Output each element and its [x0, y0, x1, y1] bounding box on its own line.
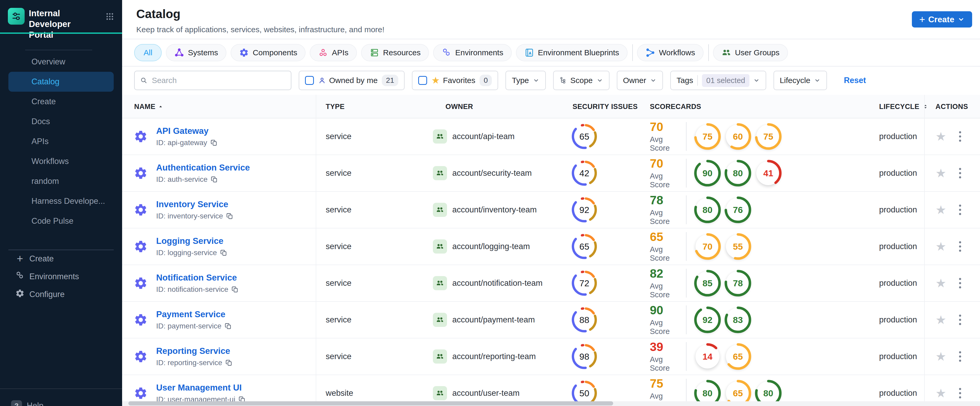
- scope-dropdown[interactable]: Scope: [553, 71, 609, 90]
- copy-icon[interactable]: [226, 213, 234, 220]
- app-switcher-grid-icon[interactable]: [105, 12, 114, 22]
- owned-by-me-filter[interactable]: Owned by me 21: [299, 71, 404, 90]
- scorecard-gauge: 60: [724, 122, 752, 151]
- owned-by-me-checkbox[interactable]: [305, 76, 314, 85]
- favorite-star-button[interactable]: ★: [935, 314, 946, 326]
- scorecard-gauge: 75: [693, 122, 722, 151]
- scorecard-gauge: 75: [754, 122, 783, 151]
- entity-name-link[interactable]: Inventory Service: [156, 199, 234, 209]
- favorite-star-button[interactable]: ★: [935, 167, 946, 179]
- sidebar-item-apis[interactable]: APIs: [0, 132, 122, 151]
- favorite-star-button[interactable]: ★: [935, 241, 946, 252]
- table-row: Payment Service ID: payment-service serv…: [122, 302, 980, 338]
- type-dropdown[interactable]: Type: [506, 71, 546, 90]
- favorite-star-button[interactable]: ★: [935, 130, 946, 143]
- search-input[interactable]: [152, 76, 286, 85]
- row-menu-kebab-icon[interactable]: [957, 312, 963, 327]
- row-menu-kebab-icon[interactable]: [957, 166, 963, 181]
- tab-environment-blueprints[interactable]: Environment Blueprints: [516, 44, 628, 61]
- lifecycle-dropdown[interactable]: Lifecycle: [773, 71, 827, 90]
- entity-name-link[interactable]: User Management UI: [156, 383, 246, 393]
- favorite-star-button[interactable]: ★: [935, 204, 946, 216]
- entity-name-link[interactable]: Notification Service: [156, 273, 239, 282]
- filter-bar: Owned by me 21 ★ Favorites 0 Type Scope …: [122, 66, 980, 95]
- favorite-star-button[interactable]: ★: [935, 350, 946, 363]
- sidebar-bottom-item-create[interactable]: + Create: [0, 250, 122, 268]
- avg-score-value: 90: [650, 304, 684, 316]
- horizontal-scrollbar-thumb[interactable]: [128, 401, 613, 406]
- sidebar-item-create[interactable]: Create: [0, 92, 122, 112]
- sidebar-item-catalog[interactable]: Catalog: [8, 72, 114, 92]
- row-menu-kebab-icon[interactable]: [957, 203, 963, 217]
- divider: [686, 195, 687, 224]
- entity-owner-cell: account/inventory-team: [433, 203, 537, 217]
- entity-name-link[interactable]: API Gateway: [156, 126, 218, 136]
- gear-icon: [239, 48, 249, 58]
- copy-icon[interactable]: [231, 286, 239, 293]
- security-issues-value: 72: [571, 270, 598, 297]
- entity-owner-cell: account/reporting-team: [433, 349, 536, 363]
- hexagons-icon: [442, 48, 452, 58]
- sidebar-item-harness-develope-[interactable]: Harness Develope...: [0, 191, 122, 211]
- create-button[interactable]: + Create: [912, 11, 972, 27]
- entity-name-link[interactable]: Payment Service: [156, 309, 232, 319]
- owner-dropdown[interactable]: Owner: [617, 71, 663, 90]
- sidebar-item-label: Harness Develope...: [32, 197, 105, 206]
- lifecycle-value: production: [879, 352, 917, 361]
- scorecard-value: 78: [724, 269, 752, 297]
- copy-icon[interactable]: [224, 322, 232, 330]
- server-icon: [369, 48, 379, 58]
- lifecycle-value: production: [879, 242, 917, 251]
- favorite-star-button[interactable]: ★: [935, 387, 946, 399]
- entity-name-link[interactable]: Authentication Service: [156, 163, 250, 173]
- column-header-owner: OWNER: [445, 95, 473, 118]
- reset-filters-link[interactable]: Reset: [844, 76, 866, 85]
- scorecard-value: 80: [693, 196, 722, 224]
- tab-components[interactable]: Components: [231, 44, 305, 61]
- sort-ascending-icon: [158, 104, 163, 109]
- sidebar-item-code-pulse[interactable]: Code Pulse: [0, 211, 122, 231]
- entity-id: ID: reporting-service: [156, 358, 222, 367]
- sidebar-item-random[interactable]: random: [0, 171, 122, 191]
- tab-workflows[interactable]: Workflows: [637, 44, 703, 61]
- tab-all[interactable]: All: [134, 44, 162, 61]
- entity-name-link[interactable]: Reporting Service: [156, 346, 233, 356]
- copy-icon[interactable]: [220, 249, 228, 257]
- favorites-filter[interactable]: ★ Favorites 0: [412, 71, 498, 90]
- copy-icon[interactable]: [211, 176, 218, 183]
- row-menu-kebab-icon[interactable]: [957, 129, 963, 144]
- favorite-star-button[interactable]: ★: [935, 277, 946, 289]
- security-issues-value: 42: [571, 160, 598, 187]
- tab-user-groups[interactable]: User Groups: [713, 44, 788, 61]
- sidebar-item-overview[interactable]: Overview: [0, 52, 122, 72]
- copy-icon[interactable]: [210, 139, 218, 146]
- row-menu-kebab-icon[interactable]: [957, 349, 963, 364]
- favorites-label: Favorites: [443, 76, 475, 85]
- search-box[interactable]: [134, 71, 291, 90]
- column-header-name[interactable]: NAME: [134, 95, 163, 118]
- sidebar-item-workflows[interactable]: Workflows: [0, 151, 122, 171]
- tags-dropdown[interactable]: Tags 01 selected: [670, 71, 766, 90]
- scorecards-cell: 80 76: [693, 196, 752, 224]
- sidebar-bottom-item-configure[interactable]: Configure: [0, 285, 122, 303]
- entity-name-link[interactable]: Logging Service: [156, 236, 228, 246]
- sidebar-item-docs[interactable]: Docs: [0, 112, 122, 132]
- tab-label: Environments: [455, 48, 503, 57]
- favorites-checkbox[interactable]: [418, 76, 427, 85]
- row-menu-kebab-icon[interactable]: [957, 386, 963, 401]
- row-menu-kebab-icon[interactable]: [957, 276, 963, 290]
- tab-apis[interactable]: APIs: [310, 44, 356, 61]
- avg-score-value: 75: [650, 377, 684, 390]
- scorecard-gauge: 80: [693, 196, 722, 224]
- tab-resources[interactable]: Resources: [361, 44, 429, 61]
- copy-icon[interactable]: [225, 359, 233, 366]
- avg-score-value: 70: [650, 157, 684, 170]
- sidebar-item-help[interactable]: ? Help: [11, 400, 43, 406]
- sidebar-bottom-item-environments[interactable]: Environments: [0, 268, 122, 285]
- tab-environments[interactable]: Environments: [433, 44, 511, 61]
- tab-systems[interactable]: Systems: [166, 44, 226, 61]
- avg-score-cell: 82 Avg Score: [650, 267, 684, 299]
- row-menu-kebab-icon[interactable]: [957, 239, 963, 254]
- column-header-lifecycle[interactable]: LIFECYCLE: [879, 95, 929, 118]
- table-row: Authentication Service ID: auth-service …: [122, 155, 980, 192]
